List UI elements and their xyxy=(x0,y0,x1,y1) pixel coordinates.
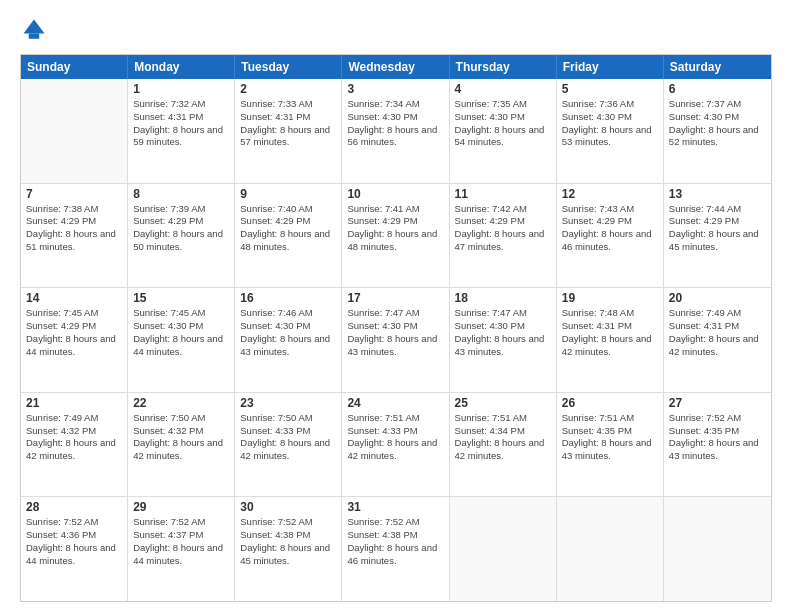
calendar-cell-w1-d6: 5Sunrise: 7:36 AMSunset: 4:30 PMDaylight… xyxy=(557,79,664,183)
day-number: 13 xyxy=(669,187,766,201)
calendar-cell-w3-d2: 15Sunrise: 7:45 AMSunset: 4:30 PMDayligh… xyxy=(128,288,235,392)
day-info: Sunrise: 7:51 AMSunset: 4:35 PMDaylight:… xyxy=(562,412,658,463)
day-info: Sunrise: 7:42 AMSunset: 4:29 PMDaylight:… xyxy=(455,203,551,254)
day-info: Sunrise: 7:48 AMSunset: 4:31 PMDaylight:… xyxy=(562,307,658,358)
day-info: Sunrise: 7:52 AMSunset: 4:37 PMDaylight:… xyxy=(133,516,229,567)
page: SundayMondayTuesdayWednesdayThursdayFrid… xyxy=(0,0,792,612)
calendar-cell-w3-d4: 17Sunrise: 7:47 AMSunset: 4:30 PMDayligh… xyxy=(342,288,449,392)
calendar-header: SundayMondayTuesdayWednesdayThursdayFrid… xyxy=(21,55,771,79)
day-number: 15 xyxy=(133,291,229,305)
header-day-monday: Monday xyxy=(128,55,235,79)
calendar-cell-w4-d1: 21Sunrise: 7:49 AMSunset: 4:32 PMDayligh… xyxy=(21,393,128,497)
day-number: 6 xyxy=(669,82,766,96)
day-info: Sunrise: 7:45 AMSunset: 4:30 PMDaylight:… xyxy=(133,307,229,358)
calendar-cell-w3-d1: 14Sunrise: 7:45 AMSunset: 4:29 PMDayligh… xyxy=(21,288,128,392)
calendar-row-1: 1Sunrise: 7:32 AMSunset: 4:31 PMDaylight… xyxy=(21,79,771,183)
day-info: Sunrise: 7:33 AMSunset: 4:31 PMDaylight:… xyxy=(240,98,336,149)
day-info: Sunrise: 7:52 AMSunset: 4:35 PMDaylight:… xyxy=(669,412,766,463)
calendar: SundayMondayTuesdayWednesdayThursdayFrid… xyxy=(20,54,772,602)
header-day-sunday: Sunday xyxy=(21,55,128,79)
calendar-cell-w3-d7: 20Sunrise: 7:49 AMSunset: 4:31 PMDayligh… xyxy=(664,288,771,392)
calendar-cell-w2-d7: 13Sunrise: 7:44 AMSunset: 4:29 PMDayligh… xyxy=(664,184,771,288)
calendar-cell-w4-d2: 22Sunrise: 7:50 AMSunset: 4:32 PMDayligh… xyxy=(128,393,235,497)
calendar-cell-w4-d6: 26Sunrise: 7:51 AMSunset: 4:35 PMDayligh… xyxy=(557,393,664,497)
day-info: Sunrise: 7:39 AMSunset: 4:29 PMDaylight:… xyxy=(133,203,229,254)
day-info: Sunrise: 7:51 AMSunset: 4:34 PMDaylight:… xyxy=(455,412,551,463)
day-info: Sunrise: 7:38 AMSunset: 4:29 PMDaylight:… xyxy=(26,203,122,254)
day-number: 18 xyxy=(455,291,551,305)
day-number: 9 xyxy=(240,187,336,201)
header-day-saturday: Saturday xyxy=(664,55,771,79)
svg-rect-1 xyxy=(29,34,40,39)
day-number: 3 xyxy=(347,82,443,96)
logo-icon xyxy=(20,16,48,44)
day-number: 24 xyxy=(347,396,443,410)
day-number: 28 xyxy=(26,500,122,514)
calendar-cell-w1-d5: 4Sunrise: 7:35 AMSunset: 4:30 PMDaylight… xyxy=(450,79,557,183)
day-number: 10 xyxy=(347,187,443,201)
day-info: Sunrise: 7:49 AMSunset: 4:32 PMDaylight:… xyxy=(26,412,122,463)
header xyxy=(20,16,772,44)
day-number: 31 xyxy=(347,500,443,514)
calendar-cell-w3-d3: 16Sunrise: 7:46 AMSunset: 4:30 PMDayligh… xyxy=(235,288,342,392)
calendar-cell-w4-d4: 24Sunrise: 7:51 AMSunset: 4:33 PMDayligh… xyxy=(342,393,449,497)
calendar-cell-w1-d7: 6Sunrise: 7:37 AMSunset: 4:30 PMDaylight… xyxy=(664,79,771,183)
day-number: 2 xyxy=(240,82,336,96)
header-day-thursday: Thursday xyxy=(450,55,557,79)
calendar-cell-w3-d6: 19Sunrise: 7:48 AMSunset: 4:31 PMDayligh… xyxy=(557,288,664,392)
calendar-cell-w5-d5 xyxy=(450,497,557,601)
header-day-friday: Friday xyxy=(557,55,664,79)
day-info: Sunrise: 7:50 AMSunset: 4:32 PMDaylight:… xyxy=(133,412,229,463)
day-number: 5 xyxy=(562,82,658,96)
day-info: Sunrise: 7:52 AMSunset: 4:38 PMDaylight:… xyxy=(347,516,443,567)
calendar-cell-w5-d2: 29Sunrise: 7:52 AMSunset: 4:37 PMDayligh… xyxy=(128,497,235,601)
day-info: Sunrise: 7:52 AMSunset: 4:36 PMDaylight:… xyxy=(26,516,122,567)
calendar-cell-w4-d7: 27Sunrise: 7:52 AMSunset: 4:35 PMDayligh… xyxy=(664,393,771,497)
day-info: Sunrise: 7:49 AMSunset: 4:31 PMDaylight:… xyxy=(669,307,766,358)
day-info: Sunrise: 7:44 AMSunset: 4:29 PMDaylight:… xyxy=(669,203,766,254)
day-number: 23 xyxy=(240,396,336,410)
day-number: 29 xyxy=(133,500,229,514)
day-info: Sunrise: 7:32 AMSunset: 4:31 PMDaylight:… xyxy=(133,98,229,149)
day-number: 26 xyxy=(562,396,658,410)
calendar-cell-w2-d1: 7Sunrise: 7:38 AMSunset: 4:29 PMDaylight… xyxy=(21,184,128,288)
day-info: Sunrise: 7:51 AMSunset: 4:33 PMDaylight:… xyxy=(347,412,443,463)
calendar-cell-w2-d3: 9Sunrise: 7:40 AMSunset: 4:29 PMDaylight… xyxy=(235,184,342,288)
calendar-row-3: 14Sunrise: 7:45 AMSunset: 4:29 PMDayligh… xyxy=(21,287,771,392)
header-day-tuesday: Tuesday xyxy=(235,55,342,79)
calendar-cell-w4-d3: 23Sunrise: 7:50 AMSunset: 4:33 PMDayligh… xyxy=(235,393,342,497)
calendar-cell-w2-d4: 10Sunrise: 7:41 AMSunset: 4:29 PMDayligh… xyxy=(342,184,449,288)
header-day-wednesday: Wednesday xyxy=(342,55,449,79)
calendar-row-5: 28Sunrise: 7:52 AMSunset: 4:36 PMDayligh… xyxy=(21,496,771,601)
day-info: Sunrise: 7:34 AMSunset: 4:30 PMDaylight:… xyxy=(347,98,443,149)
calendar-cell-w4-d5: 25Sunrise: 7:51 AMSunset: 4:34 PMDayligh… xyxy=(450,393,557,497)
logo xyxy=(20,16,52,44)
calendar-cell-w1-d2: 1Sunrise: 7:32 AMSunset: 4:31 PMDaylight… xyxy=(128,79,235,183)
svg-marker-0 xyxy=(24,20,45,34)
day-info: Sunrise: 7:36 AMSunset: 4:30 PMDaylight:… xyxy=(562,98,658,149)
calendar-cell-w5-d4: 31Sunrise: 7:52 AMSunset: 4:38 PMDayligh… xyxy=(342,497,449,601)
day-number: 25 xyxy=(455,396,551,410)
calendar-cell-w1-d3: 2Sunrise: 7:33 AMSunset: 4:31 PMDaylight… xyxy=(235,79,342,183)
day-info: Sunrise: 7:35 AMSunset: 4:30 PMDaylight:… xyxy=(455,98,551,149)
calendar-cell-w2-d6: 12Sunrise: 7:43 AMSunset: 4:29 PMDayligh… xyxy=(557,184,664,288)
day-number: 12 xyxy=(562,187,658,201)
day-info: Sunrise: 7:43 AMSunset: 4:29 PMDaylight:… xyxy=(562,203,658,254)
day-number: 1 xyxy=(133,82,229,96)
day-info: Sunrise: 7:37 AMSunset: 4:30 PMDaylight:… xyxy=(669,98,766,149)
day-number: 27 xyxy=(669,396,766,410)
day-info: Sunrise: 7:47 AMSunset: 4:30 PMDaylight:… xyxy=(455,307,551,358)
calendar-cell-w5-d1: 28Sunrise: 7:52 AMSunset: 4:36 PMDayligh… xyxy=(21,497,128,601)
day-number: 14 xyxy=(26,291,122,305)
day-info: Sunrise: 7:41 AMSunset: 4:29 PMDaylight:… xyxy=(347,203,443,254)
day-number: 4 xyxy=(455,82,551,96)
day-number: 17 xyxy=(347,291,443,305)
calendar-cell-w5-d3: 30Sunrise: 7:52 AMSunset: 4:38 PMDayligh… xyxy=(235,497,342,601)
calendar-cell-w1-d4: 3Sunrise: 7:34 AMSunset: 4:30 PMDaylight… xyxy=(342,79,449,183)
day-info: Sunrise: 7:45 AMSunset: 4:29 PMDaylight:… xyxy=(26,307,122,358)
calendar-cell-w3-d5: 18Sunrise: 7:47 AMSunset: 4:30 PMDayligh… xyxy=(450,288,557,392)
day-number: 22 xyxy=(133,396,229,410)
day-number: 11 xyxy=(455,187,551,201)
calendar-body: 1Sunrise: 7:32 AMSunset: 4:31 PMDaylight… xyxy=(21,79,771,601)
calendar-cell-w2-d5: 11Sunrise: 7:42 AMSunset: 4:29 PMDayligh… xyxy=(450,184,557,288)
